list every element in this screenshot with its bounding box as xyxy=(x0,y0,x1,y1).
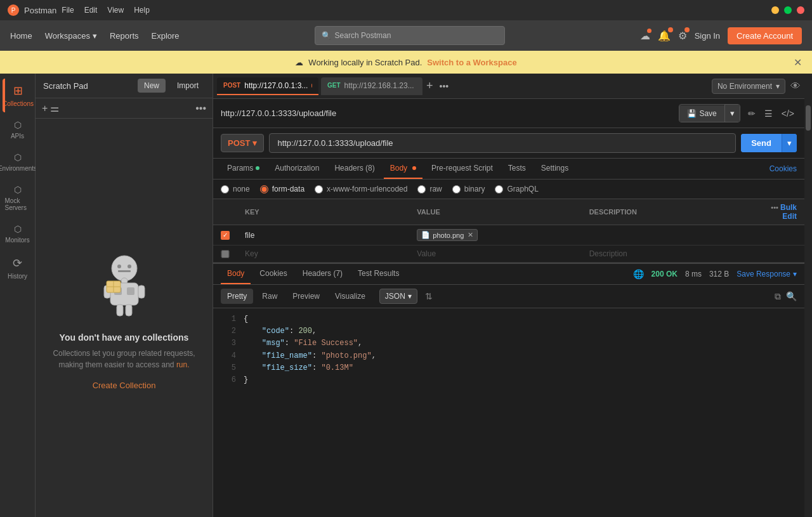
signin-button[interactable]: Sign In xyxy=(695,31,720,41)
nav-home[interactable]: Home xyxy=(10,31,32,41)
body-option-urlencoded[interactable]: x-www-form-urlencoded xyxy=(315,185,407,193)
empty-value-cell[interactable] xyxy=(409,245,581,263)
body-option-none[interactable]: none xyxy=(221,185,250,193)
body-option-raw[interactable]: raw xyxy=(417,185,442,193)
menu-view[interactable]: View xyxy=(107,6,124,15)
settings-icon[interactable]: ⚙ xyxy=(678,30,687,42)
code-icon[interactable]: </> xyxy=(779,106,797,121)
cloud-icon[interactable]: ☁ xyxy=(640,30,650,42)
body-option-graphql[interactable]: GraphQL xyxy=(495,185,538,193)
description-icon[interactable]: ☰ xyxy=(762,106,775,121)
method-selector[interactable]: POST ▾ xyxy=(221,134,264,152)
empty-title: You don't have any collections xyxy=(60,332,189,343)
empty-row-checkbox[interactable] xyxy=(221,250,230,258)
sidebar-item-apis[interactable]: ⬡ APIs xyxy=(3,115,33,145)
menu-help[interactable]: Help xyxy=(134,6,150,15)
save-dropdown-button[interactable]: ▾ xyxy=(724,105,740,122)
resp-tab-raw[interactable]: Raw xyxy=(256,289,284,304)
new-button[interactable]: New xyxy=(138,79,166,93)
response-tab-test-results[interactable]: Test Results xyxy=(351,264,405,284)
nav-workspaces[interactable]: Workspaces ▾ xyxy=(45,31,97,41)
empty-desc-cell[interactable] xyxy=(582,245,754,263)
resp-tab-pretty[interactable]: Pretty xyxy=(221,289,253,304)
tabs-more-button[interactable]: ••• xyxy=(437,79,452,94)
bulk-edit-button[interactable]: Bulk Edit xyxy=(780,203,797,221)
panel-more-button[interactable]: ••• xyxy=(194,101,207,115)
tab-tests[interactable]: Tests xyxy=(502,159,532,179)
url-input[interactable] xyxy=(269,133,736,153)
copy-icon[interactable]: ⧉ xyxy=(775,291,781,302)
resp-tab-preview[interactable]: Preview xyxy=(286,289,326,304)
checkbox-container[interactable]: ✓ xyxy=(221,231,230,240)
save-button[interactable]: 💾 Save xyxy=(679,105,724,122)
maximize-button[interactable] xyxy=(784,6,792,14)
check-icon: ✓ xyxy=(223,232,228,239)
response-tab-cookies[interactable]: Cookies xyxy=(253,264,293,284)
run-link[interactable]: run. xyxy=(176,360,190,369)
search-bar[interactable]: 🔍 Search Postman xyxy=(315,26,505,45)
nav-reports[interactable]: Reports xyxy=(110,31,139,41)
tab-params[interactable]: Params xyxy=(221,159,266,179)
table-more-icon[interactable]: ••• xyxy=(771,204,778,211)
svg-point-0 xyxy=(112,256,137,281)
send-dropdown-button[interactable]: ▾ xyxy=(782,134,797,152)
new-tab-button[interactable]: + xyxy=(422,77,437,95)
vertical-scrollbar[interactable] xyxy=(804,74,812,517)
resp-tab-visualize[interactable]: Visualize xyxy=(329,289,372,304)
code-line-2: 2 "code": 200, xyxy=(213,325,804,337)
create-collection-link[interactable]: Create Collection xyxy=(93,381,156,390)
banner-switch-link[interactable]: Switch to a Workspace xyxy=(427,58,516,67)
menu-file[interactable]: File xyxy=(62,6,74,15)
tab-headers[interactable]: Headers (8) xyxy=(328,159,381,179)
sort-icon[interactable]: ⇅ xyxy=(425,291,433,301)
env-selector-area: No Environment ▾ 👁 xyxy=(712,79,801,94)
empty-key-cell[interactable] xyxy=(237,245,409,263)
file-tag: 📄 photo.png ✕ xyxy=(417,229,478,241)
format-selector[interactable]: JSON ▾ xyxy=(379,289,417,304)
eye-icon[interactable]: 👁 xyxy=(790,81,801,92)
sidebar-item-collections[interactable]: ⊞ Collections xyxy=(3,79,33,112)
sidebar-item-history[interactable]: ⟳ History xyxy=(3,251,33,285)
add-collection-button[interactable]: + xyxy=(41,101,49,115)
checked-checkbox[interactable]: ✓ xyxy=(221,231,230,240)
nav-explore[interactable]: Explore xyxy=(152,31,180,41)
key-input[interactable] xyxy=(245,249,402,258)
tab-get-192[interactable]: GET http://192.168.1.23... xyxy=(321,77,422,95)
sidebar-item-environments[interactable]: ⬡ Environments xyxy=(3,147,33,177)
bell-icon[interactable]: 🔔 xyxy=(658,30,671,42)
tab-pre-request-script[interactable]: Pre-request Script xyxy=(425,159,499,179)
sidebar-item-monitors[interactable]: ⬡ Monitors xyxy=(3,219,33,249)
response-size: 312 B xyxy=(709,270,729,278)
tab-body[interactable]: Body xyxy=(384,159,422,179)
banner-close-button[interactable]: ✕ xyxy=(794,56,802,69)
cookies-link[interactable]: Cookies xyxy=(769,164,797,173)
close-button[interactable] xyxy=(797,6,804,14)
environment-selector[interactable]: No Environment ▾ xyxy=(712,79,785,94)
tab-post-upload[interactable]: POST http://127.0.0.1:3... xyxy=(217,77,318,95)
edit-icon[interactable]: ✏ xyxy=(745,106,758,121)
filter-button[interactable]: ⚌ xyxy=(49,101,60,115)
remove-file-button[interactable]: ✕ xyxy=(468,231,473,239)
scrollbar-thumb[interactable] xyxy=(806,105,811,131)
create-account-button[interactable]: Create Account xyxy=(728,27,802,44)
sidebar-item-mock-servers[interactable]: ⬡ Mock Servers xyxy=(3,180,33,216)
send-button[interactable]: Send xyxy=(741,134,782,152)
description-input[interactable] xyxy=(589,249,746,258)
save-response-button[interactable]: Save Response ▾ xyxy=(737,270,797,278)
tab-dot-post xyxy=(311,84,312,88)
globe-icon[interactable]: 🌐 xyxy=(633,269,644,279)
import-button[interactable]: Import xyxy=(171,79,205,93)
response-tab-body[interactable]: Body xyxy=(221,264,251,284)
menu-edit[interactable]: Edit xyxy=(84,6,98,15)
tab-url-post: http://127.0.0.1:3... xyxy=(244,81,308,90)
table-row xyxy=(213,245,804,263)
tab-authorization[interactable]: Authorization xyxy=(268,159,325,179)
response-tab-headers[interactable]: Headers (7) xyxy=(296,264,349,284)
tab-settings[interactable]: Settings xyxy=(535,159,575,179)
empty-checkbox-cell[interactable] xyxy=(213,245,237,263)
value-input[interactable] xyxy=(417,249,573,258)
minimize-button[interactable] xyxy=(771,6,779,14)
body-option-form-data[interactable]: form-data xyxy=(260,185,304,193)
body-option-binary[interactable]: binary xyxy=(452,185,485,193)
search-response-icon[interactable]: 🔍 xyxy=(786,291,797,302)
